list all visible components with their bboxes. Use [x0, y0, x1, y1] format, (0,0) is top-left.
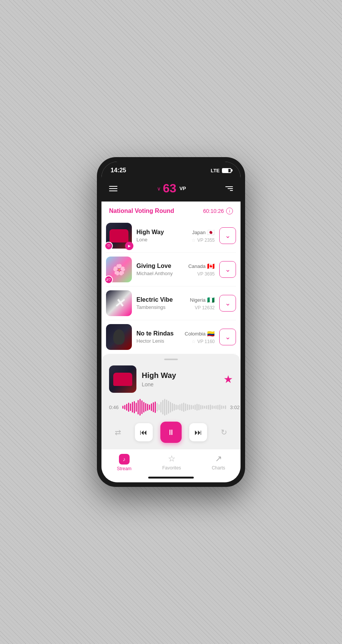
country-flag: 🇨🇦 [207, 263, 215, 270]
player-text: High Way Lone [142, 371, 218, 387]
stream-icon: ♪ [119, 454, 130, 464]
vp-value: VP 2355 [197, 238, 215, 243]
track-info: High Way Lone [136, 229, 187, 242]
nav-label-stream: Stream [117, 466, 131, 471]
heart-badge: 2♡ [104, 276, 113, 284]
track-artist: Tambensings [136, 304, 185, 310]
track-item: ✕ Electric Vibe Tambensings Nigeria 🇳🇬 [106, 287, 236, 320]
next-button[interactable]: ⏭ [189, 423, 207, 441]
bottom-nav: ♪ Stream ☆ Favorites ↗ Charts [101, 449, 241, 474]
current-time: 0:46 [109, 405, 119, 410]
filter-icon[interactable] [225, 186, 233, 191]
nav-label-favorites: Favorites [162, 465, 181, 471]
app-header: ∨ 63 VP [101, 178, 241, 202]
track-item: No te Rindas Hector Lenis Colombia 🇨🇴 ☆ … [106, 320, 236, 354]
nav-item-stream[interactable]: ♪ Stream [109, 454, 139, 471]
notch [148, 162, 194, 172]
shuffle-button[interactable]: ⇄ [109, 423, 127, 441]
track-title: High Way [136, 229, 187, 236]
country-name: Japan [192, 230, 206, 235]
round-timer: 60:10:26 i [203, 208, 233, 214]
total-time: 3:02 [230, 405, 239, 410]
waveform[interactable] [122, 399, 226, 416]
info-icon[interactable]: i [226, 208, 233, 214]
phone-frame: 14:25 LTE ∨ 63 VP [97, 157, 245, 487]
track-title: Giving Love [136, 263, 184, 269]
track-info: Giving Love Michael Anthony [136, 263, 184, 276]
track-meta: Nigeria 🇳🇬 VP 12632 [190, 296, 215, 310]
heart-badge: ♡ [104, 242, 113, 250]
track-vp: ☆ VP 1160 [192, 339, 215, 344]
mini-player: High Way Lone ★ 0:46 3:02 ⇄ [101, 354, 241, 449]
home-bar [148, 477, 194, 479]
network-label: LTE [211, 168, 220, 173]
vote-button[interactable]: ⌄ [219, 329, 236, 345]
waveform-row: 0:46 3:02 [109, 399, 233, 416]
hamburger-icon[interactable] [109, 186, 117, 191]
prev-icon: ⏮ [140, 428, 147, 437]
vp-value: VP 12632 [195, 305, 215, 310]
vote-button[interactable]: ⌄ [219, 295, 236, 312]
track-artwork-wrap [106, 324, 132, 350]
artwork-art: 🌸 [112, 263, 126, 276]
star-icon: ☆ [192, 238, 196, 243]
track-vp: ☆ VP 2355 [192, 238, 215, 243]
track-country: Canada 🇨🇦 [188, 263, 215, 270]
track-artist: Hector Lenis [136, 338, 180, 344]
player-handle [164, 359, 178, 360]
vp-number: 63 [163, 181, 177, 195]
vote-button[interactable]: ⌄ [219, 227, 236, 244]
round-header: National Voting Round 60:10:26 i [101, 202, 241, 219]
track-country: Colombia 🇨🇴 [185, 330, 215, 337]
play-badge: ▶ [125, 242, 133, 250]
chevron-down-icon: ⌄ [225, 300, 231, 307]
charts-icon: ↗ [215, 454, 222, 464]
content-area: National Voting Round 60:10:26 i ♡ ▶ [101, 202, 241, 449]
player-favorite-icon[interactable]: ★ [223, 373, 233, 386]
repeat-icon: ↻ [221, 428, 227, 437]
country-flag: 🇳🇬 [207, 296, 215, 304]
artwork-art: ✕ [114, 296, 124, 310]
track-artwork-wrap: ♡ ▶ [106, 223, 132, 249]
vp-arrow: ∨ [157, 186, 161, 192]
vp-display: ∨ 63 VP [157, 181, 186, 195]
track-artist: Michael Anthony [136, 271, 184, 276]
artwork-art [113, 329, 125, 345]
track-artwork-wrap: 🌸 2♡ [106, 257, 132, 282]
track-country: Nigeria 🇳🇬 [190, 296, 215, 304]
track-item: ♡ ▶ High Way Lone Japan 🇯🇵 ☆ [106, 219, 236, 253]
status-right: LTE [211, 168, 231, 173]
artwork-art [109, 229, 128, 242]
country-flag: 🇯🇵 [207, 229, 215, 236]
chevron-down-icon: ⌄ [225, 232, 231, 239]
chevron-down-icon: ⌄ [225, 334, 231, 340]
track-meta: Japan 🇯🇵 ☆ VP 2355 [192, 229, 215, 243]
track-list: ♡ ▶ High Way Lone Japan 🇯🇵 ☆ [101, 219, 241, 354]
track-info: No te Rindas Hector Lenis [136, 330, 180, 344]
vote-button[interactable]: ⌄ [219, 261, 236, 278]
nav-item-charts[interactable]: ↗ Charts [204, 454, 233, 471]
track-vp: VP 12632 [195, 305, 215, 310]
player-art [113, 373, 132, 386]
country-name: Colombia [185, 331, 206, 337]
repeat-button[interactable]: ↻ [215, 423, 233, 441]
country-name: Nigeria [190, 297, 206, 303]
favorites-icon: ☆ [168, 454, 176, 464]
home-indicator [101, 474, 241, 482]
player-artist: Lone [142, 381, 218, 387]
pause-button[interactable]: ⏸ [160, 422, 182, 443]
nav-label-charts: Charts [212, 465, 225, 471]
country-name: Canada [188, 263, 206, 269]
track-meta: Canada 🇨🇦 VP 3695 [188, 263, 215, 277]
player-artwork [109, 365, 136, 393]
prev-button[interactable]: ⏮ [135, 423, 153, 441]
nav-item-favorites[interactable]: ☆ Favorites [155, 454, 188, 471]
track-vp: VP 3695 [197, 271, 215, 277]
track-info: Electric Vibe Tambensings [136, 296, 185, 310]
track-artwork-wrap: ✕ [106, 290, 132, 316]
track-artist: Lone [136, 237, 187, 242]
country-flag: 🇨🇴 [207, 330, 215, 337]
track-artwork [106, 324, 132, 350]
next-icon: ⏭ [195, 428, 202, 437]
vp-value: VP 3695 [197, 271, 215, 277]
